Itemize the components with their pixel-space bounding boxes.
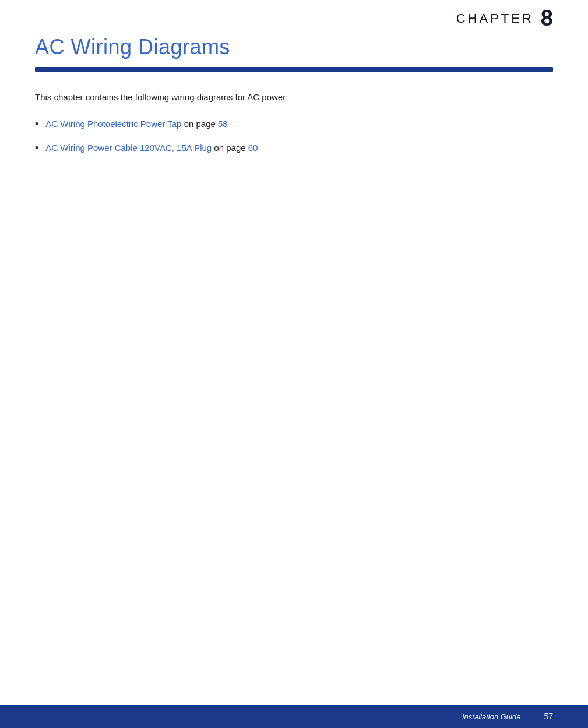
page-container: CHAPTER 8 AC Wiring Diagrams This chapte… — [0, 0, 588, 728]
page-title-area: AC Wiring Diagrams — [35, 35, 553, 59]
chapter-number: 8 — [541, 6, 553, 31]
link-photoelectric[interactable]: AC Wiring Photoelectric Power Tap — [45, 119, 181, 129]
bullet-dot: • — [35, 117, 38, 132]
middle-text-1: on page — [181, 119, 218, 129]
link-power-cable[interactable]: AC Wiring Power Cable 120VAC, 15A Plug — [45, 143, 212, 153]
intro-text: This chapter contains the following wiri… — [35, 90, 553, 104]
bullet-list: • AC Wiring Photoelectric Power Tap on p… — [35, 117, 553, 156]
footer-label: Installation Guide — [462, 712, 520, 721]
list-item: • AC Wiring Photoelectric Power Tap on p… — [35, 117, 553, 132]
chapter-label: CHAPTER — [456, 11, 534, 26]
footer: Installation Guide 57 — [0, 705, 588, 728]
list-item-text-1: AC Wiring Photoelectric Power Tap on pag… — [45, 117, 227, 131]
divider-bar — [35, 67, 553, 72]
content-area: This chapter contains the following wiri… — [35, 90, 553, 165]
bullet-dot: • — [35, 141, 38, 156]
page-title: AC Wiring Diagrams — [35, 35, 553, 59]
page-link-60[interactable]: 60 — [248, 143, 258, 153]
footer-page-number: 57 — [544, 712, 553, 721]
list-item: • AC Wiring Power Cable 120VAC, 15A Plug… — [35, 141, 553, 156]
page-link-58[interactable]: 58 — [218, 119, 228, 129]
chapter-header: CHAPTER 8 — [0, 0, 588, 37]
middle-text-2: on page — [212, 143, 248, 153]
list-item-text-2: AC Wiring Power Cable 120VAC, 15A Plug o… — [45, 141, 258, 155]
